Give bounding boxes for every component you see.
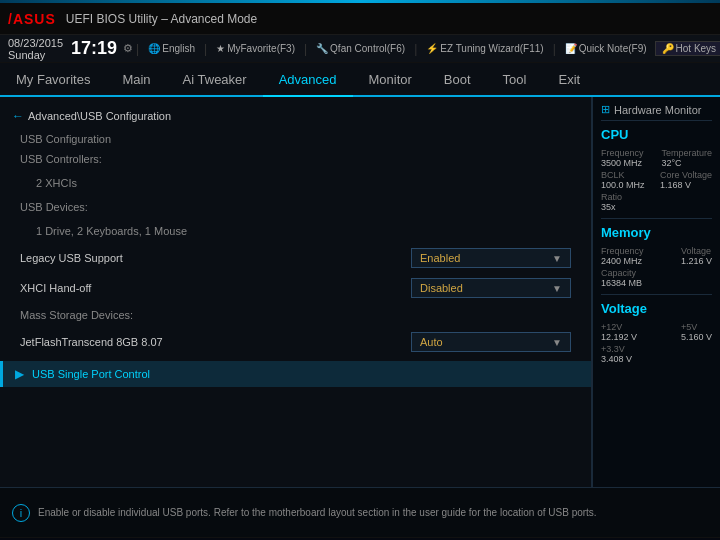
toolbar-bar: 08/23/2015 Sunday 17:19 ⚙ | 🌐 English | … (0, 35, 720, 63)
monitor-icon: ⊞ (601, 103, 610, 116)
jetflash-value: Auto (420, 336, 443, 348)
header-bar: /ASUS UEFI BIOS Utility – Advanced Mode (0, 3, 720, 35)
quick-note-button[interactable]: 📝 Quick Note(F9) (559, 42, 653, 55)
mem-freq-label: Frequency (601, 246, 644, 256)
dropdown-arrow-icon: ▼ (552, 253, 562, 264)
voltage-section-title: Voltage (601, 301, 712, 316)
usb-devices-row: USB Devices: (0, 195, 591, 219)
myfavorite-button[interactable]: ★ MyFavorite(F3) (210, 42, 301, 55)
date-display: 08/23/2015 Sunday (8, 37, 63, 61)
ratio-value: 35x (601, 202, 622, 212)
info-text: Enable or disable individual USB ports. … (38, 506, 597, 520)
core-voltage-label: Core Voltage (660, 170, 712, 180)
usb-port-control-row[interactable]: ▶ USB Single Port Control (0, 361, 591, 387)
language-button[interactable]: 🌐 English (142, 42, 201, 55)
jetflash-dropdown-arrow-icon: ▼ (552, 337, 562, 348)
v12-label: +12V (601, 322, 637, 332)
v33-value: 3.408 V (601, 354, 632, 364)
hardware-monitor-panel: ⊞ Hardware Monitor CPU Frequency 3500 MH… (592, 97, 720, 487)
breadcrumb: ← Advanced\USB Configuration (0, 105, 591, 131)
usb-controllers-value: 2 XHCIs (36, 177, 571, 189)
asus-logo: /ASUS (8, 11, 56, 27)
memory-section-title: Memory (601, 225, 712, 240)
tab-boot[interactable]: Boot (428, 63, 487, 95)
usb-controllers-row: USB Controllers: (0, 147, 591, 171)
back-arrow-icon[interactable]: ← (12, 109, 24, 123)
mem-freq-value: 2400 MHz (601, 256, 644, 266)
jetflash-dropdown[interactable]: Auto ▼ (411, 332, 571, 352)
tab-my-favorites[interactable]: My Favorites (0, 63, 106, 95)
cpu-freq-value: 3500 MHz (601, 158, 644, 168)
usb-devices-value-row: 1 Drive, 2 Keyboards, 1 Mouse (0, 219, 591, 243)
ratio-label: Ratio (601, 192, 622, 202)
usb-port-label: USB Single Port Control (32, 368, 150, 380)
usb-devices-value: 1 Drive, 2 Keyboards, 1 Mouse (36, 225, 571, 237)
left-panel: ← Advanced\USB Configuration USB Configu… (0, 97, 592, 487)
hw-monitor-title: Hardware Monitor (614, 104, 701, 116)
hw-monitor-header: ⊞ Hardware Monitor (601, 103, 712, 121)
cpu-temp-value: 32°C (661, 158, 712, 168)
cpu-temp-label: Temperature (661, 148, 712, 158)
jetflash-label: JetFlashTranscend 8GB 8.07 (20, 336, 411, 348)
tab-tool[interactable]: Tool (487, 63, 543, 95)
v12-value: 12.192 V (601, 332, 637, 342)
gear-icon[interactable]: ⚙ (123, 42, 133, 55)
qfan-button[interactable]: 🔧 Qfan Control(F6) (310, 42, 411, 55)
v12-row: +12V 12.192 V +5V 5.160 V (601, 322, 712, 342)
tab-monitor[interactable]: Monitor (353, 63, 428, 95)
info-icon: i (12, 504, 30, 522)
xhci-dropdown-arrow-icon: ▼ (552, 283, 562, 294)
xhci-value: Disabled (420, 282, 463, 294)
xhci-label: XHCI Hand-off (20, 282, 411, 294)
xhci-dropdown[interactable]: Disabled ▼ (411, 278, 571, 298)
app-title: UEFI BIOS Utility – Advanced Mode (66, 12, 257, 26)
legacy-usb-row: Legacy USB Support Enabled ▼ (0, 243, 591, 273)
usb-devices-label: USB Devices: (20, 201, 571, 213)
time-display: 17:19 (71, 38, 117, 59)
cpu-bclk-row: BCLK 100.0 MHz Core Voltage 1.168 V (601, 170, 712, 190)
nav-bar: My Favorites Main Ai Tweaker Advanced Mo… (0, 63, 720, 97)
info-bar: i Enable or disable individual USB ports… (0, 487, 720, 537)
v5-value: 5.160 V (681, 332, 712, 342)
usb-controllers-label: USB Controllers: (20, 153, 571, 165)
legacy-usb-value: Enabled (420, 252, 460, 264)
mem-capacity-value: 16384 MB (601, 278, 642, 288)
breadcrumb-path: Advanced\USB Configuration (28, 110, 171, 122)
mass-storage-label: Mass Storage Devices: (20, 309, 571, 321)
bclk-value: 100.0 MHz (601, 180, 645, 190)
tab-exit[interactable]: Exit (542, 63, 596, 95)
main-content: ← Advanced\USB Configuration USB Configu… (0, 97, 720, 487)
cpu-ratio-row: Ratio 35x (601, 192, 712, 212)
v33-row: +3.3V 3.408 V (601, 344, 712, 364)
mem-capacity-row: Capacity 16384 MB (601, 268, 712, 288)
xhci-row: XHCI Hand-off Disabled ▼ (0, 273, 591, 303)
tab-advanced[interactable]: Advanced (263, 63, 353, 97)
usb-port-arrow-icon: ▶ (15, 367, 24, 381)
mem-capacity-label: Capacity (601, 268, 642, 278)
mem-freq-row: Frequency 2400 MHz Voltage 1.216 V (601, 246, 712, 266)
cpu-section-title: CPU (601, 127, 712, 142)
tab-main[interactable]: Main (106, 63, 166, 95)
core-voltage-value: 1.168 V (660, 180, 712, 190)
usb-controllers-value-row: 2 XHCIs (0, 171, 591, 195)
cpu-freq-label: Frequency (601, 148, 644, 158)
usb-config-header: USB Configuration (0, 131, 591, 147)
cpu-freq-row: Frequency 3500 MHz Temperature 32°C (601, 148, 712, 168)
tab-ai-tweaker[interactable]: Ai Tweaker (167, 63, 263, 95)
ez-tuning-button[interactable]: ⚡ EZ Tuning Wizard(F11) (420, 42, 549, 55)
jetflash-row: JetFlashTranscend 8GB 8.07 Auto ▼ (0, 327, 591, 357)
mass-storage-row: Mass Storage Devices: (0, 303, 591, 327)
legacy-usb-label: Legacy USB Support (20, 252, 411, 264)
v33-label: +3.3V (601, 344, 632, 354)
v5-label: +5V (681, 322, 712, 332)
mem-voltage-value: 1.216 V (681, 256, 712, 266)
mem-voltage-label: Voltage (681, 246, 712, 256)
legacy-usb-dropdown[interactable]: Enabled ▼ (411, 248, 571, 268)
hotkeys-button[interactable]: 🔑 Hot Keys (655, 41, 720, 56)
bclk-label: BCLK (601, 170, 645, 180)
